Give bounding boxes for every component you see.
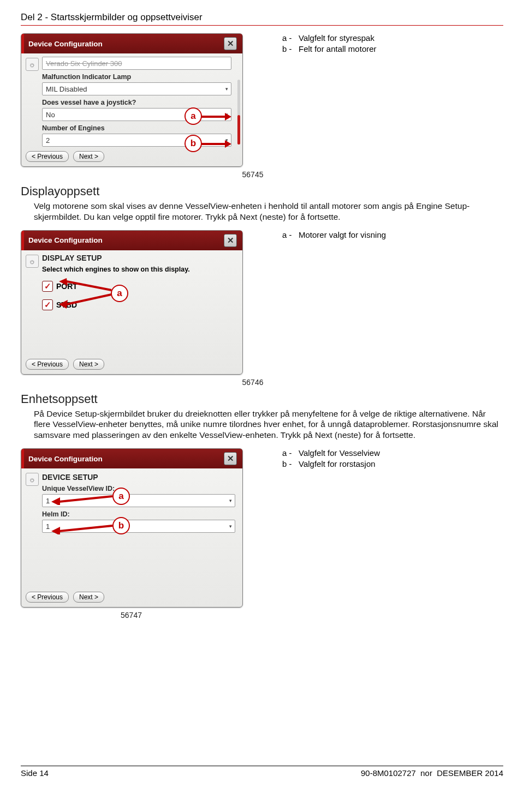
svg-marker-9 <box>51 497 60 505</box>
close-icon[interactable]: ✕ <box>224 37 237 50</box>
svg-marker-5 <box>59 278 68 286</box>
svg-marker-11 <box>51 527 60 534</box>
port-checkbox[interactable]: ✓ <box>42 281 53 292</box>
scrollbar[interactable] <box>237 80 240 145</box>
svg-line-10 <box>59 526 112 531</box>
next-button[interactable]: Next > <box>73 359 104 370</box>
body-paragraph: Velg motorene som skal vises av denne Ve… <box>34 201 503 222</box>
close-icon[interactable]: ✕ <box>224 452 237 465</box>
close-icon[interactable]: ✕ <box>224 234 237 247</box>
arrow-icon <box>200 139 231 149</box>
display-setup-instr: Select which engines to show on this dis… <box>42 266 237 273</box>
legend-3: a -Valgfelt for Vesselview b -Valgfelt f… <box>282 448 380 470</box>
arrow-icon <box>53 278 114 311</box>
gear-icon[interactable]: ☼ <box>26 473 39 486</box>
page-header: Del 2 - Startsskjermbilder og oppsettvei… <box>21 12 503 26</box>
body-paragraph: På Device Setup-skjermbildet bruker du d… <box>34 408 503 441</box>
panel-title: Device Configuration <box>28 40 103 48</box>
svg-marker-1 <box>225 113 231 121</box>
gear-icon[interactable]: ☼ <box>26 58 39 71</box>
engine-model-field[interactable]: Verado Six Cylinder 300 <box>42 57 231 70</box>
svg-marker-3 <box>225 140 231 148</box>
arrow-icon <box>48 521 114 534</box>
svg-line-8 <box>59 496 112 502</box>
panel-title: Device Configuration <box>28 455 103 463</box>
vesselview-id-label: Unique VesselView ID: <box>42 485 237 492</box>
helm-id-label: Helm ID: <box>42 510 237 518</box>
arrow-icon <box>200 112 231 122</box>
previous-button[interactable]: < Previous <box>26 151 69 162</box>
callout-a: a <box>112 488 130 505</box>
device-setup-heading: DEVICE SETUP <box>42 473 237 482</box>
previous-button[interactable]: < Previous <box>26 359 69 370</box>
figure-number: 56747 <box>21 611 242 619</box>
section-heading-display: Displayoppsett <box>21 184 503 199</box>
figure-number: 56745 <box>21 170 362 179</box>
callout-b: b <box>184 135 202 152</box>
mil-label: Malfunction Indicator Lamp <box>42 73 231 81</box>
num-engines-label: Number of Engines <box>42 124 231 132</box>
next-button[interactable]: Next > <box>73 151 104 162</box>
gear-icon[interactable]: ☼ <box>26 255 39 268</box>
page-footer: Side 14 90-8M0102727 nor DESEMBER 2014 <box>21 766 503 778</box>
svg-line-6 <box>67 294 111 304</box>
section-heading-device: Enhetsoppsett <box>21 392 503 406</box>
figure-number: 56746 <box>21 378 362 387</box>
joystick-label: Does vessel have a joystick? <box>42 99 231 106</box>
next-button[interactable]: Next > <box>73 592 104 603</box>
footer-right: 90-8M0102727 nor DESEMBER 2014 <box>361 768 503 778</box>
callout-a: a <box>184 107 202 125</box>
svg-marker-7 <box>59 300 68 309</box>
callout-b: b <box>112 517 130 534</box>
previous-button[interactable]: < Previous <box>26 592 69 603</box>
legend-1: a -Valgfelt for styrespak b -Felt for an… <box>282 33 377 55</box>
footer-left: Side 14 <box>21 768 49 778</box>
mil-field[interactable]: MIL Disabled▾ <box>42 82 231 95</box>
arrow-icon <box>48 492 114 505</box>
legend-2: a -Motorer valgt for visning <box>282 230 386 241</box>
svg-line-4 <box>67 281 111 290</box>
panel-title: Device Configuration <box>28 236 103 244</box>
stbd-checkbox[interactable]: ✓ <box>42 299 53 310</box>
callout-a: a <box>111 285 128 302</box>
display-setup-heading: DISPLAY SETUP <box>42 254 237 262</box>
